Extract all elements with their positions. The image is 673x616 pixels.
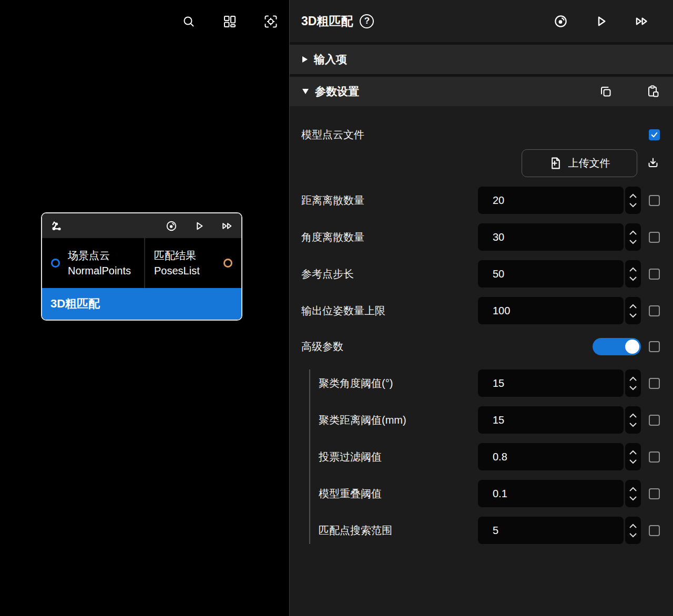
stepper[interactable] <box>625 369 641 397</box>
number-input[interactable]: 50 <box>478 260 624 288</box>
paste-icon[interactable] <box>646 85 660 98</box>
panel-title: 3D粗匹配 <box>301 13 353 29</box>
record-run-icon[interactable] <box>554 14 568 28</box>
chevron-down-icon[interactable] <box>629 385 637 391</box>
number-input[interactable]: 30 <box>478 223 624 251</box>
param-row-model-file: 模型点云文件 <box>301 121 660 148</box>
input-port[interactable] <box>51 259 60 268</box>
checkbox[interactable] <box>649 451 660 463</box>
chevron-up-icon[interactable] <box>629 267 637 272</box>
number-input[interactable]: 15 <box>478 369 624 397</box>
number-input[interactable]: 5 <box>478 517 624 544</box>
section-params[interactable]: 参数设置 <box>290 77 673 106</box>
section-inputs[interactable]: 输入项 <box>290 45 673 74</box>
param-label: 投票过滤阈值 <box>319 450 478 464</box>
checkbox[interactable] <box>649 525 660 536</box>
file-plus-icon <box>549 157 562 170</box>
fast-forward-icon[interactable] <box>221 220 233 232</box>
graph-canvas[interactable]: 场景点云 NormalPoints 匹配结果 PosesList 3D粗匹配 <box>0 0 289 616</box>
chevron-right-icon <box>302 56 308 63</box>
checkbox[interactable] <box>649 269 660 280</box>
panel-header: 3D粗匹配 ? <box>290 0 673 42</box>
chevron-up-icon[interactable] <box>629 304 637 309</box>
chevron-up-icon[interactable] <box>629 413 637 418</box>
output-label: 匹配结果 <box>154 248 200 263</box>
chevron-down-icon[interactable] <box>629 276 637 281</box>
param-label: 角度离散数量 <box>301 230 478 244</box>
checkbox[interactable] <box>649 378 660 389</box>
checkbox[interactable] <box>649 195 660 206</box>
checkbox[interactable] <box>649 232 660 243</box>
advanced-label: 高级参数 <box>301 340 593 354</box>
node-body: 场景点云 NormalPoints 匹配结果 PosesList <box>42 238 241 288</box>
upload-file-button[interactable]: 上传文件 <box>522 149 637 177</box>
param-label: 参考点步长 <box>301 267 478 281</box>
layout-icon[interactable] <box>223 15 237 28</box>
record-run-icon[interactable] <box>166 220 177 232</box>
chevron-down-icon <box>302 89 309 94</box>
chevron-down-icon[interactable] <box>629 422 637 427</box>
help-icon[interactable]: ? <box>360 14 374 28</box>
chevron-up-icon[interactable] <box>629 450 637 455</box>
copy-icon[interactable] <box>599 85 613 98</box>
number-input[interactable]: 0.8 <box>478 443 624 470</box>
param-row: 聚类角度阈值(°) 15 <box>319 369 660 397</box>
checkbox[interactable] <box>649 341 660 352</box>
checkbox[interactable] <box>649 415 660 426</box>
stepper[interactable] <box>625 443 641 470</box>
node-output-cell: 匹配结果 PosesList <box>145 238 241 288</box>
checkbox[interactable] <box>649 488 660 499</box>
checkbox-checked[interactable] <box>649 129 660 140</box>
param-label: 输出位姿数量上限 <box>301 304 478 318</box>
stepper[interactable] <box>625 223 641 251</box>
chevron-down-icon[interactable] <box>629 532 637 538</box>
number-input[interactable]: 0.1 <box>478 480 624 507</box>
stepper[interactable] <box>625 260 641 288</box>
stepper[interactable] <box>625 517 641 544</box>
stepper[interactable] <box>625 297 641 324</box>
output-type: PosesList <box>154 263 200 279</box>
number-input[interactable]: 20 <box>478 187 624 214</box>
param-row: 投票过滤阈值 0.8 <box>319 443 660 470</box>
param-label: 模型重叠阈值 <box>319 487 478 501</box>
chevron-down-icon[interactable] <box>629 202 637 208</box>
param-row: 距离离散数量 20 <box>301 187 660 214</box>
number-input[interactable]: 15 <box>478 406 624 434</box>
number-input[interactable]: 100 <box>478 297 624 324</box>
chevron-up-icon[interactable] <box>629 523 637 529</box>
stepper[interactable] <box>625 187 641 214</box>
advanced-toggle-row: 高级参数 <box>301 338 660 355</box>
section-inputs-label: 输入项 <box>314 52 347 67</box>
param-row: 模型重叠阈值 0.1 <box>319 480 660 507</box>
section-params-label: 参数设置 <box>315 84 359 99</box>
chevron-up-icon[interactable] <box>629 376 637 382</box>
param-row: 匹配点搜索范围 5 <box>319 517 660 544</box>
node-3d-coarse-match[interactable]: 场景点云 NormalPoints 匹配结果 PosesList 3D粗匹配 <box>41 212 242 321</box>
chevron-down-icon[interactable] <box>629 239 637 244</box>
chevron-up-icon[interactable] <box>629 487 637 492</box>
play-icon[interactable] <box>193 220 205 232</box>
stepper[interactable] <box>625 406 641 434</box>
chevron-up-icon[interactable] <box>629 193 637 199</box>
chevron-down-icon[interactable] <box>629 496 637 501</box>
upload-file-label: 上传文件 <box>568 156 610 170</box>
output-port[interactable] <box>223 259 232 268</box>
param-label: 聚类距离阈值(mm) <box>319 413 478 427</box>
download-icon[interactable] <box>646 157 660 170</box>
chevron-down-icon[interactable] <box>629 313 637 318</box>
node-input-cell: 场景点云 NormalPoints <box>42 238 144 288</box>
play-icon[interactable] <box>594 14 608 28</box>
chevron-up-icon[interactable] <box>629 230 637 235</box>
fit-view-icon[interactable] <box>264 15 278 28</box>
param-label: 聚类角度阈值(°) <box>319 376 478 391</box>
fast-forward-icon[interactable] <box>635 14 649 28</box>
checkbox[interactable] <box>649 305 660 316</box>
input-type: NormalPoints <box>68 263 131 279</box>
advanced-toggle-on[interactable] <box>593 338 641 355</box>
stepper[interactable] <box>625 480 641 507</box>
node-title[interactable]: 3D粗匹配 <box>42 288 241 320</box>
param-row: 参考点步长 50 <box>301 260 660 288</box>
search-icon[interactable] <box>182 15 196 28</box>
chevron-down-icon[interactable] <box>629 459 637 464</box>
param-row: 角度离散数量 30 <box>301 223 660 251</box>
